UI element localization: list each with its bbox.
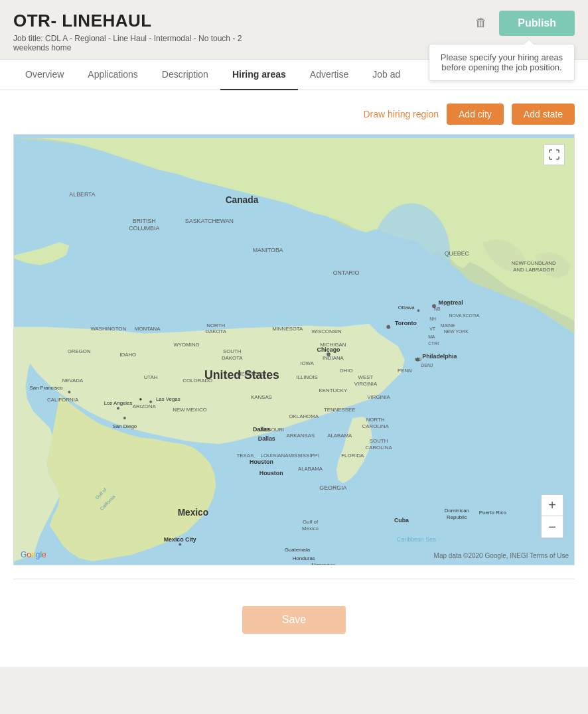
svg-text:TEXAS: TEXAS bbox=[237, 453, 254, 459]
svg-text:BRITISH: BRITISH bbox=[133, 218, 156, 224]
publish-button[interactable]: Publish bbox=[499, 11, 575, 36]
svg-text:●: ● bbox=[139, 396, 142, 402]
svg-text:Mexico: Mexico bbox=[178, 508, 209, 518]
svg-text:VT: VT bbox=[429, 326, 436, 331]
svg-text:NH: NH bbox=[429, 317, 436, 321]
svg-text:OREGON: OREGON bbox=[68, 348, 91, 354]
svg-text:Toronto: Toronto bbox=[395, 320, 417, 326]
svg-point-71 bbox=[117, 407, 119, 409]
page-header: OTR- LINEHAUL Job title: CDL A - Regiona… bbox=[0, 0, 588, 59]
svg-text:NORTH: NORTH bbox=[366, 417, 385, 423]
save-area: Save bbox=[13, 593, 575, 654]
svg-text:AND LABRADOR: AND LABRADOR bbox=[513, 267, 554, 273]
save-button[interactable]: Save bbox=[242, 606, 346, 634]
svg-text:COLORADO: COLORADO bbox=[183, 378, 212, 384]
page-title: OTR- LINEHAUL bbox=[13, 11, 265, 31]
hiring-areas-tooltip: Please specify your hiring areas before … bbox=[429, 44, 575, 81]
tab-advertise[interactable]: Advertise bbox=[298, 60, 360, 90]
svg-text:Puerto Rico: Puerto Rico bbox=[479, 510, 507, 516]
svg-text:NEVADA: NEVADA bbox=[62, 378, 83, 384]
svg-text:DAKOTA: DAKOTA bbox=[205, 328, 226, 334]
svg-text:SOUTH: SOUTH bbox=[370, 438, 388, 444]
svg-point-75 bbox=[149, 401, 152, 403]
zoom-out-button[interactable]: − bbox=[542, 516, 563, 537]
svg-text:MISSISSIPPI: MISSISSIPPI bbox=[288, 453, 319, 459]
tab-hiring-areas[interactable]: Hiring areas bbox=[220, 60, 298, 90]
map-zoom-controls: + − bbox=[541, 494, 563, 538]
map-attribution: Map data ©2020 Google, INEGI Terms of Us… bbox=[434, 552, 569, 559]
main-content: Draw hiring region Add city Add state bbox=[0, 90, 588, 667]
fullscreen-icon bbox=[549, 149, 559, 160]
draw-hiring-region-button[interactable]: Draw hiring region bbox=[363, 109, 439, 119]
add-state-button[interactable]: Add state bbox=[512, 104, 575, 125]
zoom-in-button[interactable]: + bbox=[542, 495, 563, 516]
svg-text:KANSAS: KANSAS bbox=[251, 394, 272, 400]
google-o2: o bbox=[31, 550, 36, 559]
svg-text:Ottawa: Ottawa bbox=[398, 305, 415, 311]
svg-text:VIRGINIA: VIRGINIA bbox=[367, 394, 390, 400]
svg-text:FLORIDA: FLORIDA bbox=[341, 453, 364, 459]
svg-text:ARKANSAS: ARKANSAS bbox=[286, 433, 315, 439]
job-title: Job title: CDL A - Regional - Line Haul … bbox=[13, 34, 265, 52]
fullscreen-button[interactable] bbox=[544, 144, 565, 165]
tab-applications[interactable]: Applications bbox=[76, 60, 150, 90]
svg-text:LOUISIANA: LOUISIANA bbox=[261, 453, 289, 459]
svg-point-73 bbox=[123, 417, 126, 419]
svg-text:NEW YORK: NEW YORK bbox=[444, 329, 469, 334]
svg-text:Caribbean Sea: Caribbean Sea bbox=[397, 537, 436, 543]
svg-text:OKLAHOMA: OKLAHOMA bbox=[289, 413, 319, 419]
map-container[interactable]: Canada BRITISH COLUMBIA ALBERTA SASKATCH… bbox=[13, 134, 575, 565]
svg-text:CAROLINA: CAROLINA bbox=[362, 423, 390, 429]
svg-text:VIRGINIA: VIRGINIA bbox=[354, 381, 378, 387]
svg-text:Nicaragua: Nicaragua bbox=[311, 562, 335, 565]
svg-text:ILLINOIS: ILLINOIS bbox=[296, 374, 317, 380]
tab-job-ad[interactable]: Job ad bbox=[360, 60, 412, 90]
svg-point-1 bbox=[372, 203, 451, 307]
svg-text:MINNESOTA: MINNESOTA bbox=[272, 326, 303, 332]
svg-text:CALIFORNIA: CALIFORNIA bbox=[47, 397, 79, 403]
svg-text:DENJ: DENJ bbox=[421, 363, 433, 368]
svg-text:DAKOTA: DAKOTA bbox=[222, 355, 243, 361]
svg-text:NORTH: NORTH bbox=[206, 322, 225, 328]
svg-text:Los Angeles: Los Angeles bbox=[104, 400, 133, 406]
svg-text:GEORGIA: GEORGIA bbox=[319, 484, 346, 491]
svg-text:QUEBEC: QUEBEC bbox=[445, 250, 470, 257]
svg-text:ALABAMA: ALABAMA bbox=[298, 466, 323, 472]
trash-icon: 🗑 bbox=[475, 16, 487, 29]
add-city-button[interactable]: Add city bbox=[447, 104, 504, 125]
svg-text:SOUTH: SOUTH bbox=[223, 348, 242, 354]
svg-text:NEBRASKA: NEBRASKA bbox=[238, 371, 266, 377]
header-right: 🗑 Publish Please specify your hiring are… bbox=[470, 11, 575, 36]
delete-button[interactable]: 🗑 bbox=[470, 11, 492, 35]
svg-text:Cuba: Cuba bbox=[394, 517, 409, 524]
svg-text:NEWFOUNDLAND: NEWFOUNDLAND bbox=[512, 260, 556, 266]
tab-overview[interactable]: Overview bbox=[13, 60, 76, 90]
svg-text:ARIZONA: ARIZONA bbox=[133, 403, 157, 409]
svg-text:Gulf of: Gulf of bbox=[303, 519, 319, 525]
svg-text:WISCONSIN: WISCONSIN bbox=[311, 328, 342, 334]
svg-text:CTRI: CTRI bbox=[428, 341, 439, 346]
svg-text:ALBERTA: ALBERTA bbox=[69, 191, 96, 198]
svg-text:OHIO: OHIO bbox=[339, 368, 352, 374]
svg-text:Dallas: Dallas bbox=[253, 426, 270, 433]
svg-text:Las Vegas: Las Vegas bbox=[156, 396, 181, 402]
svg-text:Houston: Houston bbox=[259, 470, 283, 476]
svg-text:Chicago: Chicago bbox=[317, 346, 340, 353]
map-toolbar: Draw hiring region Add city Add state bbox=[13, 104, 575, 125]
svg-text:Guatemala: Guatemala bbox=[285, 547, 311, 553]
svg-text:Dominican: Dominican bbox=[445, 508, 469, 514]
svg-text:NOVA SCOTIA: NOVA SCOTIA bbox=[449, 313, 480, 318]
svg-text:COLUMBIA: COLUMBIA bbox=[129, 225, 159, 232]
svg-text:MD: MD bbox=[415, 357, 422, 362]
header-left: OTR- LINEHAUL Job title: CDL A - Regiona… bbox=[13, 11, 265, 52]
svg-text:ALABAMA: ALABAMA bbox=[327, 433, 352, 439]
svg-text:Canada: Canada bbox=[226, 195, 259, 205]
svg-text:MAINE: MAINE bbox=[441, 323, 455, 328]
google-logo: Google bbox=[21, 550, 46, 559]
svg-text:WASHINGTON: WASHINGTON bbox=[90, 326, 126, 332]
svg-text:Mexico: Mexico bbox=[302, 526, 319, 532]
map-svg: Canada BRITISH COLUMBIA ALBERTA SASKATCH… bbox=[14, 135, 574, 565]
svg-text:IDAHO: IDAHO bbox=[119, 352, 136, 358]
svg-text:MA: MA bbox=[428, 334, 435, 339]
tab-description[interactable]: Description bbox=[150, 60, 220, 90]
